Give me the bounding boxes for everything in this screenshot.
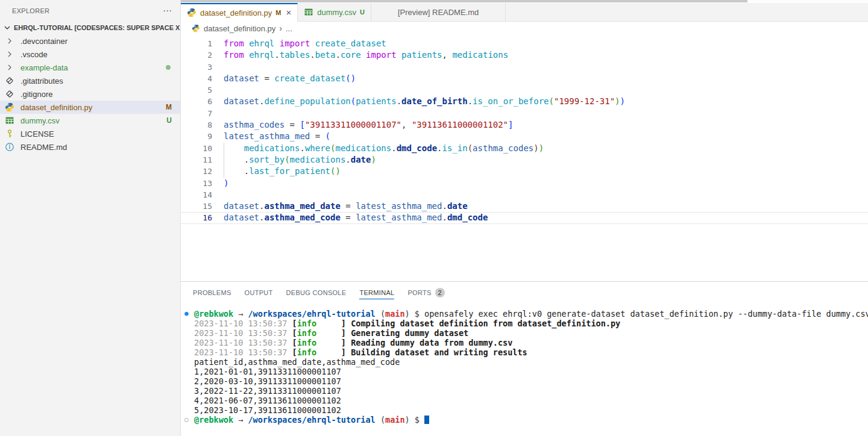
terminal-token: ) $ — [405, 415, 425, 425]
code-text — [212, 189, 868, 201]
code-editor[interactable]: 1from ehrql import create_dataset2from e… — [181, 35, 868, 281]
code-token: dataset — [224, 96, 259, 106]
more-actions-icon[interactable]: ⋯ — [163, 8, 172, 14]
terminal-token: ] — [316, 319, 351, 328]
code-token — [274, 39, 279, 48]
breadcrumb-file[interactable]: dataset_definition.py — [204, 24, 275, 33]
tab-scrollbar-thumb[interactable] — [181, 0, 747, 2]
terminal-cursor — [424, 416, 429, 424]
git-status-badge: U — [360, 8, 365, 16]
terminal-line-6: patient_id,asthma_med_date,asthma_med_co… — [194, 357, 868, 367]
line-number: 15 — [181, 201, 212, 212]
code-line-14: 14 — [181, 189, 868, 201]
file-.gitattributes[interactable]: .gitattributes — [0, 74, 180, 87]
terminal-token: 3,2022-11-22,39113311000001107 — [194, 386, 341, 396]
terminal-token: /workspaces/ehrql-tutorial — [248, 309, 375, 319]
code-token: ( — [326, 131, 330, 141]
chevron-right-icon — [5, 49, 14, 59]
code-token — [224, 143, 244, 153]
line-number: 8 — [181, 119, 212, 131]
terminal-line-8: 2,2020-03-10,39113311000001107 — [194, 376, 868, 386]
panel-tab-output[interactable]: OUTPUT — [245, 282, 273, 303]
code-token: core — [341, 50, 361, 60]
chevron-down-icon — [2, 23, 12, 33]
terminal-line-1: ●@rebkwok → /workspaces/ehrql-tutorial (… — [194, 309, 868, 319]
file-dataset-definition.py[interactable]: dataset_definition.pyM — [0, 101, 180, 114]
code-token: [ — [300, 120, 304, 129]
code-token: tables — [280, 50, 310, 60]
code-token: . — [397, 96, 401, 106]
git-status-badge: M — [166, 103, 172, 111]
code-text — [212, 84, 868, 96]
code-token: . — [442, 213, 447, 222]
code-token — [244, 50, 249, 60]
code-text: from ehrql.tables.beta.core import patie… — [212, 49, 868, 61]
code-token: ehrql — [249, 39, 274, 48]
command-decoration-icon: ● — [184, 309, 189, 319]
code-token: create_dataset — [274, 73, 345, 83]
code-text — [212, 61, 868, 73]
panel-tab-label: TERMINAL — [359, 289, 394, 296]
panel-tab-label: OUTPUT — [245, 289, 273, 296]
file-.gitignore[interactable]: .gitignore — [0, 87, 180, 101]
code-text — [212, 108, 868, 119]
line-number: 14 — [181, 189, 212, 201]
code-token: ) — [533, 143, 538, 153]
panel-tab-label: PROBLEMS — [193, 289, 231, 296]
terminal-token: ] — [316, 338, 351, 347]
panel-tab-debug-console[interactable]: DEBUG CONSOLE — [286, 282, 347, 303]
file-example-data[interactable]: example-data — [0, 61, 180, 74]
code-text: asthma_codes = ["39113311000001107", "39… — [212, 119, 868, 131]
terminal-token: ] — [316, 347, 351, 357]
terminal[interactable]: ●@rebkwok → /workspaces/ehrql-tutorial (… — [181, 303, 868, 436]
tab-label: dataset_definition.py — [200, 8, 272, 17]
panel-tab-ports[interactable]: PORTS2 — [407, 282, 444, 303]
tab-dataset-definition.py[interactable]: dataset_definition.pyM× — [181, 3, 298, 22]
terminal-line-11: 5,2023-10-17,39113611000001102 — [194, 405, 868, 415]
tab-dummy.csv[interactable]: dummy.csvU — [298, 3, 371, 21]
chevron-right-icon — [5, 63, 14, 72]
tab--preview--readme.md[interactable]: [Preview] README.md — [371, 3, 506, 21]
terminal-token: info — [297, 328, 317, 338]
panel-tab-terminal[interactable]: TERMINAL — [359, 282, 394, 303]
python-icon — [192, 24, 200, 33]
code-token: asthma_codes — [224, 120, 285, 129]
workspace-root-header[interactable]: EHRQL-TUTORIAL [CODESPACES: SUPER SPACE … — [0, 21, 180, 34]
code-token: medications — [452, 50, 508, 60]
terminal-token: opensafely exec ehrql:v0 generate-datase… — [424, 309, 868, 319]
file-.devcontainer[interactable]: .devcontainer — [0, 34, 180, 48]
file-dummy.csv[interactable]: dummy.csvU — [0, 114, 180, 127]
file-tree: .devcontainer.vscodeexample-data.gitattr… — [0, 34, 180, 154]
panel-tab-problems[interactable]: PROBLEMS — [193, 282, 231, 303]
code-line-3: 3 — [181, 61, 868, 73]
file-readme.md[interactable]: README.md — [0, 140, 180, 154]
terminal-token: ( — [376, 309, 385, 319]
explorer-header: EXPLORER ⋯ — [0, 0, 180, 21]
code-token: date — [351, 155, 371, 164]
code-token: . — [442, 201, 447, 211]
code-token: ) — [615, 96, 620, 106]
terminal-token: 5,2023-10-17,39113611000001102 — [194, 405, 341, 415]
terminal-token: main — [385, 415, 405, 425]
code-token: . — [300, 143, 304, 153]
python-icon — [5, 102, 14, 112]
code-line-15: 15dataset.asthma_med_date = latest_asthm… — [181, 201, 868, 212]
code-line-7: 7 — [181, 108, 868, 119]
tab-label: dummy.csv — [317, 8, 356, 17]
file-.vscode[interactable]: .vscode — [0, 48, 180, 61]
code-token: is_on_or_before — [473, 96, 549, 106]
terminal-token: patient_id,asthma_med_date,asthma_med_co… — [194, 357, 400, 367]
file-license[interactable]: LICENSE — [0, 127, 180, 140]
breadcrumb-symbol[interactable]: ... — [286, 24, 292, 33]
terminal-token: [ — [292, 338, 297, 347]
vscode-window: EXPLORER ⋯ EHRQL-TUTORIAL [CODESPACES: S… — [0, 0, 868, 436]
explorer-sidebar: EXPLORER ⋯ EHRQL-TUTORIAL [CODESPACES: S… — [0, 0, 181, 436]
code-token: define_population — [264, 96, 350, 106]
terminal-token: Building dataset and writing results — [351, 347, 527, 357]
close-icon[interactable]: × — [286, 9, 291, 16]
line-number: 1 — [181, 38, 212, 49]
code-token: latest_asthma_med — [356, 213, 442, 222]
code-token: ( — [285, 155, 289, 164]
code-token: import — [366, 50, 397, 60]
code-token — [224, 155, 244, 164]
